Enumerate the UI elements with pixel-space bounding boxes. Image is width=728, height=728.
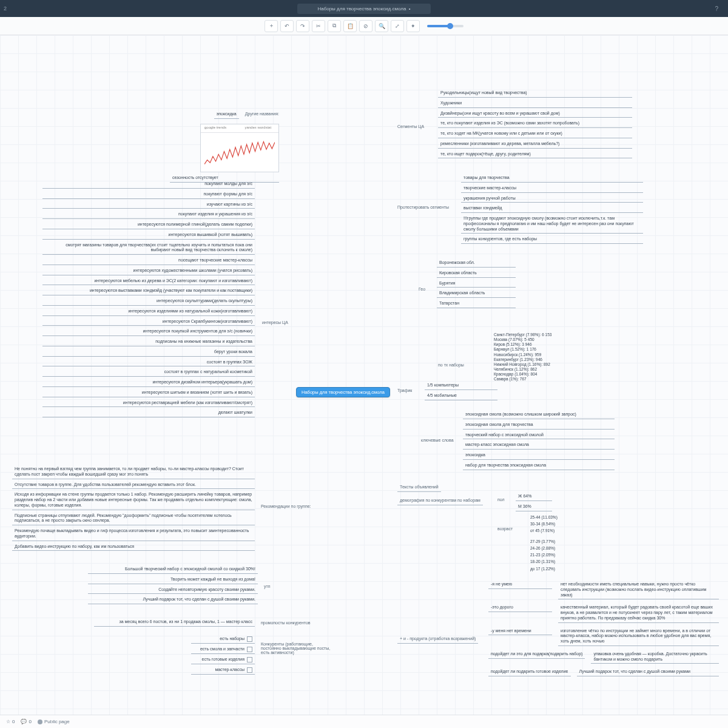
list-item[interactable]: подписаны на книжные магазины и издатель… [42,339,255,346]
collapse-button[interactable]: ✦ [406,20,420,32]
list-item[interactable]: эпоксидка [463,452,615,460]
list-item[interactable]: состоят в группах ЗОЖ [42,359,255,367]
list-item[interactable]: Екатеринбург (1.23%): 946 [491,357,588,362]
objection-key[interactable]: -это дорого [488,604,552,612]
list-item[interactable]: ремесленники (изготавливают из дерева, м… [438,141,632,149]
list-item[interactable]: Отсутствие товаров в группе. Для удобств… [12,482,255,490]
link-button[interactable]: ⊘ [359,20,372,32]
list-item[interactable]: Воронежская обл. [437,260,516,268]
public-page-button[interactable]: Public page [38,719,70,724]
list-item[interactable]: есть наборы [191,636,255,644]
list-item[interactable]: группы конкурентов, где есть наборы [461,236,643,244]
ad-texts-label[interactable]: Тексты объявлений [397,484,441,492]
list-item[interactable]: Подписные страницы отпугивают людей. Рек… [12,513,255,526]
list-item[interactable]: интересуются полимерной глиной(делать са… [42,221,255,229]
list-item[interactable]: 25-44 (11.03%) [528,514,582,521]
list-item[interactable]: интересуются дизайном интерьера(украшать… [42,379,255,387]
list-item[interactable]: интересуются скульптурами(делать скульпт… [42,298,255,306]
list-item[interactable]: Кировская область [437,270,516,278]
objection-value[interactable]: упаковка очень удобная — коробка. Достат… [591,651,719,664]
list-item[interactable]: мастер-класс эпоксидная смола [463,442,615,450]
list-item[interactable]: смотрят магазины товаров для творчества(… [42,242,255,255]
list-item[interactable]: Владимирская область [437,290,516,298]
list-item[interactable]: творческие мастер-классы [461,185,643,193]
list-item[interactable]: делают шкатулки [42,410,255,417]
objection-value[interactable]: нет необходимости иметь специальные навы… [558,581,719,599]
list-item[interactable]: Рекомендую почаще выкладывать видео и ги… [12,528,255,541]
list-item[interactable]: интересуются реставрацией мебели (как из… [42,400,255,408]
list-item[interactable]: Бурятия [437,280,516,288]
list-item[interactable]: Создайте неповторимую красоту своими рук… [88,587,258,595]
list-item[interactable]: покупают молды для э/с [42,181,255,189]
list-item[interactable]: Татарстан [437,300,516,308]
list-item[interactable]: интересуются вышивкой (хотят вышивать) [42,232,255,240]
redo-button[interactable]: ↷ [296,20,309,32]
list-item[interactable]: 4/5 мобильные [425,393,497,400]
list-item[interactable]: Дизайнеры(они ищут красоту во всем и укр… [438,110,632,118]
list-item[interactable]: Краснодар (1.04%): 804 [491,372,588,377]
list-item[interactable]: Ж 64% [516,493,552,501]
list-item[interactable]: эпоксидная смола (возможно слишком широк… [463,411,615,419]
promopost-item[interactable]: за месяц всего 6 постов, из ни 1 продажа… [94,619,255,627]
list-item[interactable]: Москва (7.07%): 5 450 [491,337,588,342]
list-item[interactable]: интересуются изделиями из натуральной ко… [42,308,255,316]
list-item[interactable]: Нижний Новгород (1.16%): 892 [491,362,588,367]
demography-label[interactable]: демография по конкурентам по наборам [397,497,483,505]
list-item[interactable]: украшения ручной работы [461,195,643,203]
list-item[interactable]: покупают формы для э/с [42,191,255,199]
list-item[interactable]: творческий набор с эпоксидной смолой [463,432,615,440]
list-item[interactable]: Барнаул (1.52%): 1 176 [491,347,588,352]
list-item[interactable]: состоят в группах с натуральной косметик… [42,369,255,377]
list-item[interactable]: Санкт-Петербург (7.98%): 6 153 [491,332,588,337]
list-item[interactable]: набор для творчества эпоксидная смола [463,462,615,470]
list-item[interactable]: интересуются Скрапбукингом(изготавливают… [42,318,255,326]
list-item[interactable]: те, кто ходят на МК(учатся новому или с … [438,130,632,138]
cut-button[interactable]: ✂ [312,20,325,32]
list-item[interactable]: 24-26 (2.88%) [528,545,582,552]
list-item[interactable]: 18-20 (1.31%) [528,559,582,565]
list-item[interactable]: товары для творчества [461,175,643,183]
list-item[interactable]: Добавить видео-инструкцию по набору, как… [12,544,255,551]
objection-value[interactable]: качественный материал, который будет рад… [558,604,719,622]
list-item[interactable]: 27-29 (3.77%) [528,539,582,545]
paste-button[interactable]: 📋 [343,20,357,32]
list-item[interactable]: М 36% [516,504,552,511]
list-item[interactable]: Рукодельницы(ищут новый вид творчества) [438,90,632,98]
root-node[interactable]: Наборы для творчества эпоксид.смола [296,387,390,397]
list-item[interactable]: посещают творческие мастер-классы [42,257,255,265]
objection-value[interactable]: изготовление чётко по инструкции не займ… [558,628,719,646]
list-item[interactable]: интересуются покупкой инструментов для э… [42,328,255,336]
list-item[interactable]: интересуются выставками хэндмэйд (участв… [42,288,255,295]
list-item[interactable]: интересуются художественными школами (уч… [42,268,255,275]
list-item[interactable]: Киров (5.12%): 3 946 [491,342,588,347]
list-item[interactable]: Лучший подарок тот, что сделан с душой с… [88,596,258,604]
search-button[interactable]: 🔍 [375,20,388,32]
list-item[interactable]: от 45 (7.91%) [528,528,582,534]
objection-key[interactable]: -я не умею [488,581,552,589]
list-item[interactable]: берут уроки вокала [42,349,255,357]
list-item[interactable]: Челябинск (1.12%): 862 [491,367,588,372]
undo-button[interactable]: ↶ [280,20,294,32]
list-item[interactable]: выставки хэндмейд [461,205,643,213]
add-node-button[interactable]: ＋ [265,20,278,32]
list-item[interactable]: !!!группы где продают эпоксидную смолу (… [461,215,643,234]
list-item[interactable]: мастер-классы [191,667,255,675]
list-item[interactable]: есть готовые изделия [191,656,255,664]
list-item[interactable]: Самара (1%): 767 [491,377,588,382]
other-name-item[interactable]: эпоксидка [214,111,239,119]
seasonality-thumbnail[interactable]: google trendsyandex wordstat [200,124,279,172]
list-item[interactable]: Исходя из информации на стене группы про… [12,491,255,510]
list-item[interactable]: 21-23 (2.05%) [528,552,582,559]
list-item[interactable]: Художники [438,100,632,108]
list-item[interactable]: до 17 (1.22%) [528,566,582,573]
list-item[interactable]: Новосибирск (1.24%): 959 [491,352,588,357]
list-item[interactable]: есть смола и запчасти [191,646,255,654]
list-item[interactable]: покупают изделия и украшения из э/с [42,211,255,219]
list-item[interactable]: интересуются шитьем и вязанием (хотят ши… [42,389,255,397]
objection-key[interactable]: подойдет ли это для подарка(подарить наб… [488,651,585,659]
list-item[interactable]: эпоксидная смола для творчества [463,422,615,430]
list-item[interactable]: 1/5 компьютеры [425,382,497,390]
list-item[interactable]: Большой творческий набор с эпоксидной см… [88,566,258,574]
copy-button[interactable]: ⧉ [328,20,341,32]
list-item[interactable]: изучают картины из э/с [42,201,255,209]
